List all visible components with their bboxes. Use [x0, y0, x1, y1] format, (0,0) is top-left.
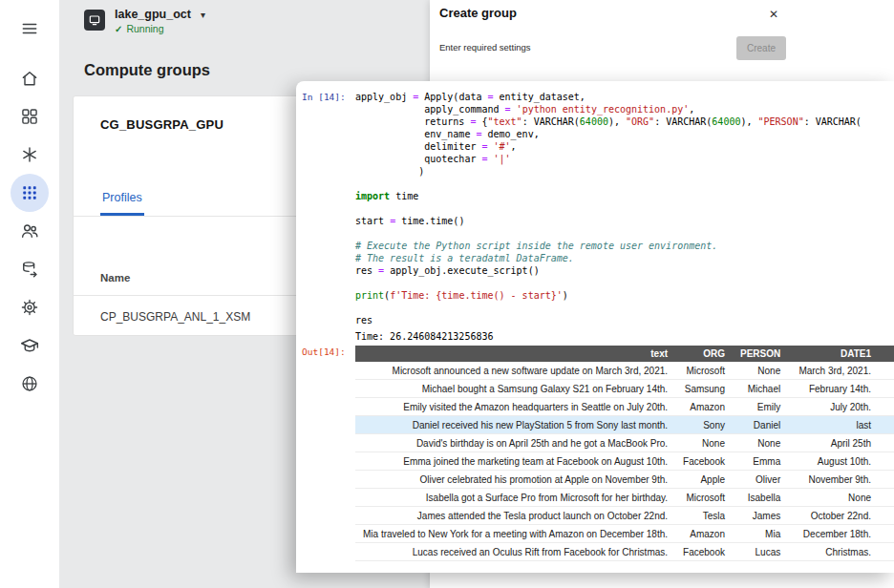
df-row: Emily visited the Amazon headquarters in…	[355, 398, 894, 416]
dataframe-table: textORGPERSONDATE1 Microsoft announced a…	[355, 346, 894, 561]
code-line: quotechar = '|'	[355, 153, 894, 165]
globe-icon	[20, 374, 39, 393]
df-cell: Amazon	[675, 398, 733, 416]
df-cell-filler	[879, 434, 894, 452]
df-cell: Tesla	[675, 507, 733, 525]
page-title: Compute groups	[84, 61, 210, 79]
sidebar-item-data[interactable]	[11, 250, 49, 288]
code-line	[355, 302, 894, 314]
sidebar-item-compute-groups[interactable]	[11, 174, 49, 212]
code-line: )	[355, 165, 894, 178]
name-column-header: Name	[100, 272, 130, 284]
check-icon: ✓	[115, 24, 122, 34]
df-cell: Microsoft announced a new software updat…	[355, 362, 675, 380]
tab-profiles[interactable]: Profiles	[100, 191, 144, 216]
df-cell: Lucas received an Oculus Rift from Faceb…	[355, 543, 675, 561]
df-body: Microsoft announced a new software updat…	[355, 362, 894, 561]
df-cell: November 9th.	[788, 471, 879, 489]
df-cell: Oliver celebrated his promotion at Apple…	[355, 471, 675, 489]
data-source-icon	[20, 260, 39, 279]
df-row: Emma joined the marketing team at Facebo…	[355, 452, 894, 471]
sidebar-item-settings[interactable]	[11, 288, 49, 326]
df-row: Mia traveled to New York for a meeting w…	[355, 525, 894, 543]
sidebar-item-home[interactable]	[11, 59, 49, 97]
dialog-title: Create group	[439, 6, 517, 20]
df-cell: Microsoft	[675, 362, 733, 380]
df-cell: Daniel received his new PlayStation 5 fr…	[355, 416, 675, 434]
sidebar-item-users[interactable]	[11, 212, 49, 250]
apps-grid-icon	[20, 107, 39, 126]
df-cell: Mia traveled to New York for a meeting w…	[355, 525, 675, 543]
df-cell: Emma joined the marketing team at Facebo…	[355, 452, 675, 471]
code-line: # The result is a teradatml DataFrame.	[355, 252, 894, 264]
df-row: Lucas received an Oculus Rift from Faceb…	[355, 543, 894, 561]
status-badge: Running	[126, 23, 163, 34]
df-cell: Lucas	[733, 543, 788, 561]
df-cell-filler	[879, 416, 894, 434]
menu-button[interactable]	[12, 11, 47, 46]
home-icon	[20, 69, 39, 88]
users-icon	[20, 221, 39, 241]
output-cell: Out[14]: textORGPERSONDATE1 Microsoft an…	[296, 346, 894, 561]
code-line: start = time.time()	[355, 215, 894, 227]
create-button[interactable]: Create	[736, 36, 786, 60]
df-cell-filler	[879, 489, 894, 507]
close-button[interactable]: ✕	[764, 5, 783, 24]
df-cell: Facebook	[675, 543, 733, 561]
df-cell: Samsung	[675, 380, 733, 398]
df-cell: Sony	[675, 416, 733, 434]
df-cell-filler	[879, 525, 894, 543]
dialog-subtitle: Enter required settings	[439, 42, 531, 52]
df-cell: Isabella got a Surface Pro from Microsof…	[355, 489, 675, 507]
df-column-header: DATE1	[788, 346, 879, 362]
environment-selector[interactable]: lake_gpu_oct ▾ ✓ Running	[84, 8, 205, 34]
environment-name: lake_gpu_oct	[115, 8, 191, 21]
df-cell-filler	[879, 507, 894, 525]
code-editor[interactable]: apply_obj = Apply(data = entity_dataset,…	[355, 91, 894, 326]
df-cell: Michael	[733, 380, 788, 398]
stdout-text: Time: 26.246084213256836	[355, 330, 494, 343]
df-cell-filler	[879, 543, 894, 561]
sidebar-nav	[11, 59, 49, 403]
df-cell: March 3rd, 2021.	[788, 362, 879, 380]
df-cell-filler	[879, 452, 894, 471]
profile-row[interactable]: CP_BUSGRPA_ANL_1_XSM	[100, 310, 250, 324]
sidebar-item-global[interactable]	[11, 365, 49, 403]
code-line: env_name = demo_env,	[355, 128, 894, 140]
df-cell-filler	[879, 398, 894, 416]
df-cell: April 25th	[788, 434, 879, 452]
code-line: print(f'Time: {time.time() - start}')	[355, 289, 894, 302]
sidebar-item-learning[interactable]	[11, 326, 49, 365]
df-cell-filler	[879, 380, 894, 398]
df-row: Isabella got a Surface Pro from Microsof…	[355, 489, 894, 507]
df-cell: None	[675, 434, 733, 452]
df-cell: August 10th.	[788, 452, 879, 471]
df-cell: James	[733, 507, 788, 525]
input-cell: In [14]: apply_obj = Apply(data = entity…	[296, 81, 894, 326]
df-cell: Oliver	[733, 471, 788, 489]
df-cell: Emily	[733, 398, 788, 416]
df-cell: Apple	[675, 471, 733, 489]
sidebar-item-apps[interactable]	[11, 97, 49, 136]
code-line	[355, 202, 894, 215]
code-line: # Execute the Python script inside the r…	[355, 240, 894, 252]
df-row: Microsoft announced a new software updat…	[355, 362, 894, 380]
df-row: James attended the Tesla product launch …	[355, 507, 894, 525]
df-cell: October 22nd.	[788, 507, 879, 525]
notebook-panel: In [14]: apply_obj = Apply(data = entity…	[296, 81, 894, 573]
df-cell-filler	[879, 362, 894, 380]
code-line: apply_obj = Apply(data = entity_dataset,	[355, 91, 894, 103]
code-line: res	[355, 314, 894, 326]
dataframe-output: textORGPERSONDATE1 Microsoft announced a…	[355, 346, 894, 561]
stdout-area: Time: 26.246084213256836	[296, 330, 894, 343]
df-header-row: textORGPERSONDATE1	[355, 346, 894, 362]
df-cell: Christmas.	[788, 543, 879, 561]
df-row: David's birthday is on April 25th and he…	[355, 434, 894, 452]
df-cell: Emma	[733, 452, 788, 471]
df-cell: Emily visited the Amazon headquarters in…	[355, 398, 675, 416]
sidebar	[0, 0, 59, 588]
df-cell: February 14th.	[788, 380, 879, 398]
df-cell: Facebook	[675, 452, 733, 471]
df-cell: Isabella	[733, 489, 788, 507]
sidebar-item-favorites[interactable]	[11, 136, 49, 174]
